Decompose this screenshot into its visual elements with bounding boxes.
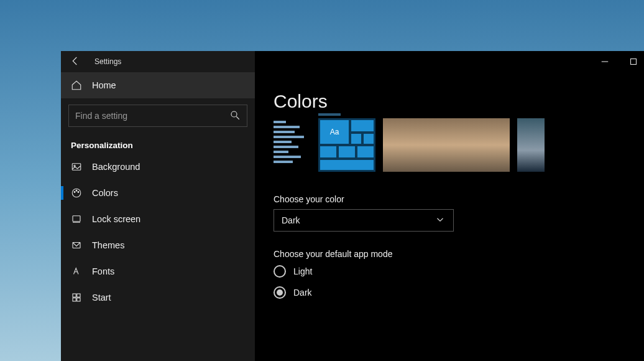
color-preview: Aa (274, 118, 644, 172)
tile-sample-text: Aa (320, 120, 349, 144)
page-title: Colors (274, 91, 644, 112)
maximize-icon[interactable] (628, 56, 639, 69)
app-mode-label: Choose your default app mode (274, 249, 644, 259)
radio-label: Light (293, 266, 312, 276)
search-icon (229, 110, 241, 123)
settings-window: Settings Home Find a setting Personaliza… (61, 51, 644, 361)
window-controls (599, 56, 639, 69)
home-icon (71, 80, 82, 91)
sidebar-item-label: Fonts (92, 266, 114, 276)
svg-rect-12 (77, 298, 80, 301)
sidebar-item-label: Lock screen (92, 214, 140, 224)
preview-equalizer (274, 118, 311, 172)
svg-rect-7 (73, 216, 80, 222)
sidebar-item-background[interactable]: Background (61, 154, 255, 180)
radio-dark[interactable]: Dark (274, 286, 644, 299)
sidebar-item-themes[interactable]: Themes (61, 232, 255, 258)
lockscreen-icon (71, 213, 82, 225)
sidebar-item-label: Start (92, 293, 111, 302)
radio-label: Dark (293, 288, 312, 298)
back-icon[interactable] (70, 55, 81, 68)
preview-wallpaper (383, 118, 510, 172)
main-content: Colors Aa Choose your color Dark Cho (255, 51, 644, 361)
app-mode-radio-group: Light Dark (274, 265, 644, 299)
themes-icon (71, 240, 82, 251)
svg-rect-13 (631, 59, 637, 65)
svg-point-5 (76, 190, 77, 191)
sidebar-item-label: Background (92, 162, 140, 172)
svg-point-6 (78, 192, 79, 193)
radio-icon (274, 286, 286, 299)
color-mode-label: Choose your color (274, 194, 644, 204)
svg-point-4 (74, 192, 75, 193)
home-label: Home (92, 80, 116, 90)
minimize-icon[interactable] (599, 56, 610, 69)
sidebar-item-lockscreen[interactable]: Lock screen (61, 206, 255, 232)
preview-tiles: Aa (318, 118, 375, 172)
sidebar-item-colors[interactable]: Colors (61, 180, 255, 206)
radio-icon (274, 265, 286, 278)
svg-rect-9 (73, 294, 76, 297)
search-placeholder: Find a setting (75, 111, 127, 121)
sidebar-item-label: Colors (92, 188, 118, 198)
palette-icon (71, 187, 82, 199)
radio-light[interactable]: Light (274, 265, 644, 278)
sidebar-item-fonts[interactable]: Fonts (61, 258, 255, 284)
color-mode-dropdown[interactable]: Dark (274, 209, 454, 232)
sidebar-item-label: Themes (92, 240, 124, 250)
picture-icon (71, 161, 82, 172)
start-icon (71, 292, 82, 303)
svg-rect-11 (73, 298, 76, 301)
chevron-down-icon (435, 214, 446, 227)
dropdown-value: Dark (282, 215, 300, 225)
fonts-icon (71, 266, 82, 277)
sidebar-item-start[interactable]: Start (61, 284, 255, 311)
search-input[interactable]: Find a setting (68, 105, 247, 127)
home-button[interactable]: Home (61, 72, 255, 98)
section-label: Personalization (61, 134, 255, 154)
svg-point-2 (74, 165, 75, 166)
sidebar: Settings Home Find a setting Personaliza… (61, 51, 255, 361)
app-title: Settings (94, 57, 121, 66)
preview-wallpaper-2 (517, 118, 545, 172)
svg-point-0 (231, 111, 237, 117)
svg-rect-10 (77, 294, 80, 297)
titlebar: Settings (61, 51, 255, 72)
